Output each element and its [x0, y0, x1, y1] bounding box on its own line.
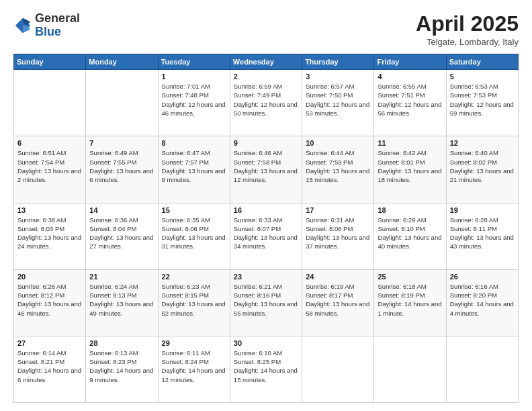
- day-info: Sunrise: 6:13 AM Sunset: 8:23 PM Dayligh…: [89, 349, 154, 384]
- table-row: 11Sunrise: 6:42 AM Sunset: 8:01 PM Dayli…: [374, 136, 446, 203]
- col-saturday: Saturday: [446, 54, 518, 70]
- table-row: 2Sunrise: 6:59 AM Sunset: 7:49 PM Daylig…: [230, 70, 302, 136]
- col-wednesday: Wednesday: [230, 54, 302, 70]
- day-number: 17: [306, 206, 370, 214]
- day-number: 9: [234, 139, 298, 147]
- calendar-body: 1Sunrise: 7:01 AM Sunset: 7:48 PM Daylig…: [14, 70, 519, 403]
- table-row: [302, 336, 374, 402]
- day-info: Sunrise: 6:55 AM Sunset: 7:51 PM Dayligh…: [378, 82, 442, 118]
- day-number: 27: [17, 339, 82, 347]
- table-row: 19Sunrise: 6:28 AM Sunset: 8:11 PM Dayli…: [446, 203, 518, 269]
- day-number: 23: [234, 273, 298, 281]
- calendar-header: Sunday Monday Tuesday Wednesday Thursday…: [14, 54, 519, 70]
- day-info: Sunrise: 6:31 AM Sunset: 8:08 PM Dayligh…: [306, 216, 370, 251]
- day-number: 20: [17, 273, 82, 281]
- header: General Blue April 2025 Telgate, Lombard…: [13, 12, 519, 47]
- title-block: April 2025 Telgate, Lombardy, Italy: [416, 12, 519, 47]
- table-row: 27Sunrise: 6:14 AM Sunset: 8:21 PM Dayli…: [14, 336, 86, 402]
- day-info: Sunrise: 6:47 AM Sunset: 7:57 PM Dayligh…: [162, 148, 226, 184]
- day-number: 28: [89, 339, 154, 347]
- day-info: Sunrise: 6:38 AM Sunset: 8:03 PM Dayligh…: [17, 216, 82, 251]
- day-info: Sunrise: 6:35 AM Sunset: 8:06 PM Dayligh…: [162, 216, 226, 251]
- table-row: [86, 70, 158, 136]
- table-row: 12Sunrise: 6:40 AM Sunset: 8:02 PM Dayli…: [446, 136, 518, 203]
- day-number: 30: [234, 339, 298, 347]
- table-row: [14, 70, 86, 136]
- logo: General Blue: [13, 12, 80, 39]
- table-row: 10Sunrise: 6:44 AM Sunset: 7:59 PM Dayli…: [302, 136, 374, 203]
- table-row: 25Sunrise: 6:18 AM Sunset: 8:19 PM Dayli…: [374, 269, 446, 336]
- day-number: 1: [162, 73, 226, 81]
- col-thursday: Thursday: [302, 54, 374, 70]
- day-number: 24: [306, 273, 370, 281]
- day-info: Sunrise: 6:59 AM Sunset: 7:49 PM Dayligh…: [234, 82, 298, 118]
- table-row: 7Sunrise: 6:49 AM Sunset: 7:55 PM Daylig…: [86, 136, 158, 203]
- day-info: Sunrise: 6:23 AM Sunset: 8:15 PM Dayligh…: [162, 282, 226, 318]
- day-number: 6: [17, 139, 82, 147]
- table-row: 4Sunrise: 6:55 AM Sunset: 7:51 PM Daylig…: [374, 70, 446, 136]
- table-row: 26Sunrise: 6:16 AM Sunset: 8:20 PM Dayli…: [446, 269, 518, 336]
- table-row: [446, 336, 518, 402]
- table-row: 23Sunrise: 6:21 AM Sunset: 8:16 PM Dayli…: [230, 269, 302, 336]
- day-info: Sunrise: 6:44 AM Sunset: 7:59 PM Dayligh…: [306, 148, 370, 184]
- day-number: 7: [89, 139, 154, 147]
- day-number: 4: [378, 73, 442, 81]
- day-number: 18: [378, 206, 442, 214]
- table-row: 28Sunrise: 6:13 AM Sunset: 8:23 PM Dayli…: [86, 336, 158, 402]
- day-info: Sunrise: 6:46 AM Sunset: 7:58 PM Dayligh…: [234, 148, 298, 184]
- table-row: 16Sunrise: 6:33 AM Sunset: 8:07 PM Dayli…: [230, 203, 302, 269]
- table-row: 3Sunrise: 6:57 AM Sunset: 7:50 PM Daylig…: [302, 70, 374, 136]
- logo-icon: [13, 16, 32, 35]
- table-row: 15Sunrise: 6:35 AM Sunset: 8:06 PM Dayli…: [158, 203, 230, 269]
- col-friday: Friday: [374, 54, 446, 70]
- logo-text: General Blue: [35, 12, 80, 39]
- day-number: 5: [450, 73, 515, 81]
- day-info: Sunrise: 7:01 AM Sunset: 7:48 PM Dayligh…: [162, 82, 226, 118]
- day-info: Sunrise: 6:40 AM Sunset: 8:02 PM Dayligh…: [450, 148, 515, 184]
- day-info: Sunrise: 6:11 AM Sunset: 8:24 PM Dayligh…: [162, 349, 226, 384]
- table-row: 17Sunrise: 6:31 AM Sunset: 8:08 PM Dayli…: [302, 203, 374, 269]
- day-info: Sunrise: 6:57 AM Sunset: 7:50 PM Dayligh…: [306, 82, 370, 118]
- day-info: Sunrise: 6:24 AM Sunset: 8:13 PM Dayligh…: [89, 282, 154, 318]
- day-number: 21: [89, 273, 154, 281]
- day-number: 2: [234, 73, 298, 81]
- col-tuesday: Tuesday: [158, 54, 230, 70]
- day-info: Sunrise: 6:10 AM Sunset: 8:25 PM Dayligh…: [234, 349, 298, 384]
- day-number: 13: [17, 206, 82, 214]
- table-row: 29Sunrise: 6:11 AM Sunset: 8:24 PM Dayli…: [158, 336, 230, 402]
- location: Telgate, Lombardy, Italy: [416, 37, 519, 47]
- day-info: Sunrise: 6:33 AM Sunset: 8:07 PM Dayligh…: [234, 216, 298, 251]
- day-number: 10: [306, 139, 370, 147]
- day-info: Sunrise: 6:28 AM Sunset: 8:11 PM Dayligh…: [450, 216, 515, 251]
- table-row: 9Sunrise: 6:46 AM Sunset: 7:58 PM Daylig…: [230, 136, 302, 203]
- table-row: 22Sunrise: 6:23 AM Sunset: 8:15 PM Dayli…: [158, 269, 230, 336]
- table-row: 14Sunrise: 6:36 AM Sunset: 8:04 PM Dayli…: [86, 203, 158, 269]
- day-info: Sunrise: 6:51 AM Sunset: 7:54 PM Dayligh…: [17, 148, 82, 184]
- day-info: Sunrise: 6:49 AM Sunset: 7:55 PM Dayligh…: [89, 148, 154, 184]
- day-number: 22: [162, 273, 226, 281]
- table-row: 8Sunrise: 6:47 AM Sunset: 7:57 PM Daylig…: [158, 136, 230, 203]
- day-number: 16: [234, 206, 298, 214]
- day-info: Sunrise: 6:14 AM Sunset: 8:21 PM Dayligh…: [17, 349, 82, 384]
- day-number: 26: [450, 273, 515, 281]
- day-number: 8: [162, 139, 226, 147]
- col-monday: Monday: [86, 54, 158, 70]
- day-info: Sunrise: 6:19 AM Sunset: 8:17 PM Dayligh…: [306, 282, 370, 318]
- day-number: 19: [450, 206, 515, 214]
- day-info: Sunrise: 6:42 AM Sunset: 8:01 PM Dayligh…: [378, 148, 442, 184]
- day-number: 14: [89, 206, 154, 214]
- table-row: 6Sunrise: 6:51 AM Sunset: 7:54 PM Daylig…: [14, 136, 86, 203]
- svg-marker-2: [23, 26, 30, 33]
- day-info: Sunrise: 6:29 AM Sunset: 8:10 PM Dayligh…: [378, 216, 442, 251]
- table-row: 13Sunrise: 6:38 AM Sunset: 8:03 PM Dayli…: [14, 203, 86, 269]
- day-number: 3: [306, 73, 370, 81]
- col-sunday: Sunday: [14, 54, 86, 70]
- month-title: April 2025: [416, 12, 519, 36]
- table-row: 1Sunrise: 7:01 AM Sunset: 7:48 PM Daylig…: [158, 70, 230, 136]
- day-info: Sunrise: 6:21 AM Sunset: 8:16 PM Dayligh…: [234, 282, 298, 318]
- calendar: Sunday Monday Tuesday Wednesday Thursday…: [13, 54, 519, 403]
- day-number: 11: [378, 139, 442, 147]
- day-info: Sunrise: 6:26 AM Sunset: 8:12 PM Dayligh…: [17, 282, 82, 318]
- table-row: 18Sunrise: 6:29 AM Sunset: 8:10 PM Dayli…: [374, 203, 446, 269]
- day-info: Sunrise: 6:53 AM Sunset: 7:53 PM Dayligh…: [450, 82, 515, 118]
